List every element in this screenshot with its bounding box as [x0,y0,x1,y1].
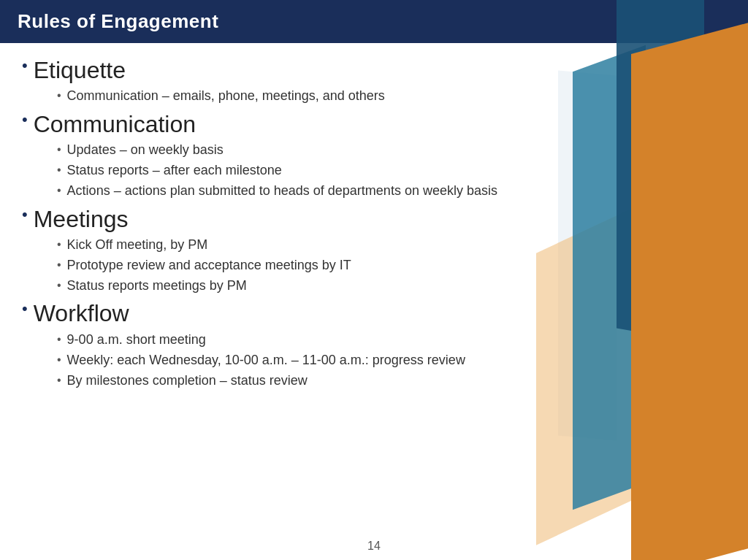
sub-label-communication-0: Updates – on weekly basis [67,141,224,159]
bullet-etiquette: • [22,58,28,74]
sub-item-workflow-2: • By milestones completion – status revi… [57,372,726,390]
sub-item-workflow-1: • Weekly: each Wednesday, 10-00 a.m. – 1… [57,351,726,369]
sub-bullet-workflow-2: • [57,372,61,388]
sub-bullet-communication-0: • [57,142,61,158]
sub-label-meetings-0: Kick Off meeting, by PM [67,236,208,254]
sub-label-communication-1: Status reports – after each milestone [67,161,282,180]
sub-item-communication-1: • Status reports – after each milestone [57,161,726,180]
main-item-communication: • Communication [22,110,726,138]
sub-bullet-meetings-0: • [57,237,61,253]
sublist-workflow: • 9-00 a.m. short meeting • Weekly: each… [57,331,726,391]
slide-content: • Etiquette • Communication – emails, ph… [0,43,748,402]
sub-bullet-communication-1: • [57,162,61,178]
sub-label-workflow-2: By milestones completion – status review [67,372,308,390]
page-number: 14 [367,540,381,553]
slide-title: Rules of Engagement [18,10,218,33]
label-etiquette: Etiquette [34,56,126,84]
sub-bullet-meetings-2: • [57,277,61,294]
main-item-workflow: • Workflow [22,299,726,327]
bullet-workflow: • [22,301,28,317]
sub-item-meetings-1: • Prototype review and acceptance meetin… [57,256,726,275]
sub-item-communication-2: • Actions – actions plan submitted to he… [57,182,726,200]
label-meetings: Meetings [34,205,129,233]
sub-item-communication-0: • Updates – on weekly basis [57,141,726,159]
sub-bullet-workflow-0: • [57,331,61,348]
sub-label-communication-2: Actions – actions plan submitted to head… [67,182,497,200]
label-communication: Communication [34,110,196,138]
sub-item-meetings-0: • Kick Off meeting, by PM [57,236,726,254]
bullet-meetings: • [22,207,28,223]
sublist-communication: • Updates – on weekly basis • Status rep… [57,141,726,201]
main-item-meetings: • Meetings [22,205,726,233]
slide-header: Rules of Engagement [0,0,748,43]
bullet-communication: • [22,112,28,128]
sub-bullet-workflow-1: • [57,352,61,368]
sub-label-meetings-1: Prototype review and acceptance meetings… [67,256,351,275]
sub-item-workflow-0: • 9-00 a.m. short meeting [57,331,726,349]
main-item-etiquette: • Etiquette [22,56,726,84]
sub-label-meetings-2: Status reports meetings by PM [67,277,247,295]
sub-bullet-meetings-1: • [57,257,61,273]
sub-label-etiquette-0: Communication – emails, phone, meetings,… [67,87,385,105]
sublist-meetings: • Kick Off meeting, by PM • Prototype re… [57,236,726,296]
sub-item-etiquette-0: • Communication – emails, phone, meeting… [57,87,726,105]
sub-label-workflow-1: Weekly: each Wednesday, 10-00 a.m. – 11-… [67,351,465,369]
sub-item-meetings-2: • Status reports meetings by PM [57,277,726,295]
sub-bullet-etiquette-0: • [57,88,61,104]
sub-label-workflow-0: 9-00 a.m. short meeting [67,331,206,349]
sublist-etiquette: • Communication – emails, phone, meeting… [57,87,726,105]
sub-bullet-communication-2: • [57,183,61,199]
label-workflow: Workflow [34,299,129,327]
